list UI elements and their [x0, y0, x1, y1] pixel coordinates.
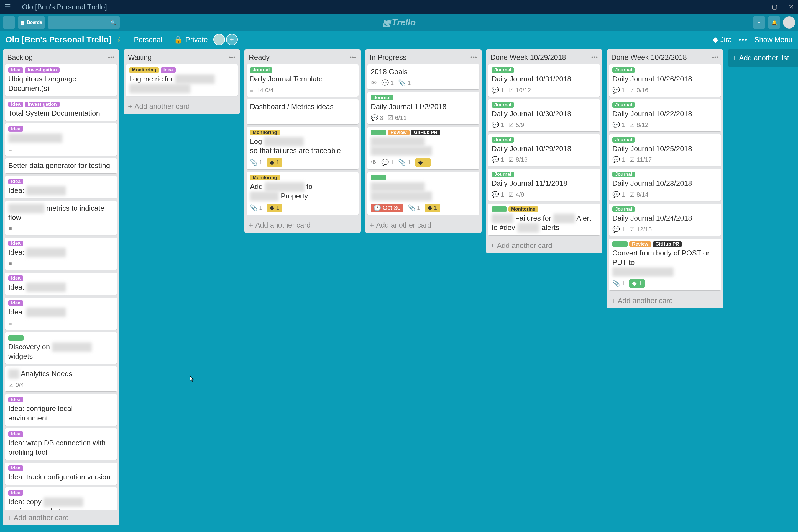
list-name[interactable]: Waiting — [128, 53, 229, 62]
card-label[interactable]: Journal — [612, 137, 635, 142]
card[interactable]: ReviewGitHub PRxxxxxxxxxxxxxxxxxxxxxxxxx… — [367, 127, 479, 170]
close-button[interactable]: ✕ — [788, 3, 794, 11]
card-label[interactable]: Journal — [492, 67, 514, 73]
card[interactable]: IdeaIdea: copy xxxxxxxxxxxassignments be… — [5, 488, 117, 510]
card[interactable]: Monitoringxxxxxx Failures for xxxxxx Ale… — [488, 204, 600, 235]
card-label[interactable]: Idea — [8, 397, 23, 402]
card[interactable]: xxxxxxxxxxxxxxxxxxxxxxxxxxxxxxxx🕐 Oct 30… — [367, 172, 479, 215]
jira-link[interactable]: Jira — [720, 35, 732, 44]
card-label[interactable]: GitHub PR — [411, 130, 440, 135]
card-label[interactable]: Monitoring — [129, 67, 159, 73]
card[interactable]: IdeaIdea: xxxxxxxxxxx — [5, 238, 117, 270]
card-label[interactable]: GitHub PR — [653, 241, 682, 247]
card[interactable]: JournalDaily Journal 10/31/2018💬 1☑ 10/1… — [488, 64, 600, 97]
card-label[interactable]: Journal — [612, 207, 635, 212]
card-label[interactable]: Journal — [250, 67, 272, 73]
card-label[interactable]: Investigation — [25, 101, 59, 107]
card-label[interactable]: Journal — [612, 172, 635, 177]
card-label[interactable]: Journal — [371, 95, 393, 100]
board-canvas[interactable]: Backlog•••IdeaInvestigationUbiquitous La… — [0, 48, 798, 532]
card[interactable]: IdeaInvestigationTotal System Documentat… — [5, 99, 117, 121]
card-label[interactable]: Idea — [8, 431, 23, 437]
show-menu-button[interactable]: Show Menu — [755, 35, 793, 44]
minimize-button[interactable]: — — [755, 3, 761, 11]
user-avatar[interactable] — [783, 16, 795, 28]
card[interactable]: JournalDaily Journal 10/26/2018💬 1☑ 0/16 — [609, 64, 721, 97]
card-label[interactable]: Monitoring — [508, 207, 538, 212]
board-name[interactable]: Olo [Ben's Personal Trello] — [5, 35, 111, 44]
card[interactable]: IdeaInvestigationUbiquitous Language Doc… — [5, 64, 117, 96]
card[interactable]: Ideaxxxxxxxxxxxxxxx — [5, 124, 117, 155]
add-card-button[interactable]: + Add another card — [365, 217, 482, 233]
card-label[interactable]: Monitoring — [250, 130, 280, 135]
card[interactable]: JournalDaily Journal 10/29/2018💬 1☑ 8/16 — [488, 134, 600, 166]
card-label[interactable]: Journal — [492, 172, 514, 177]
card-label[interactable] — [612, 241, 628, 247]
card[interactable]: MonitoringAdd xxxxxxxxxxx to xxxxxxxx Pr… — [247, 172, 359, 215]
card-label[interactable]: Idea — [161, 67, 176, 73]
card[interactable]: IdeaIdea: configure local environment — [5, 394, 117, 426]
card-label[interactable]: Journal — [612, 102, 635, 108]
add-card-button[interactable]: + Add another card — [124, 99, 240, 114]
card[interactable]: JournalDaily Journal 10/25/2018💬 1☑ 11/1… — [609, 134, 721, 166]
card-label[interactable]: Monitoring — [250, 175, 280, 180]
card[interactable]: xxx Analytics Needs☑ 0/4 — [5, 366, 117, 392]
add-card-button[interactable]: + Add another card — [3, 510, 119, 525]
card[interactable]: JournalDaily Journal 10/24/2018💬 1☑ 12/1… — [609, 204, 721, 236]
add-card-button[interactable]: + Add another card — [486, 238, 602, 253]
card-label[interactable] — [371, 175, 386, 180]
card-label[interactable] — [371, 130, 386, 135]
card-label[interactable]: Idea — [8, 101, 23, 107]
list-menu-button[interactable]: ••• — [108, 54, 115, 61]
list-name[interactable]: Ready — [249, 53, 350, 62]
list-name[interactable]: Done Week 10/29/2018 — [490, 53, 591, 62]
card-label[interactable]: Idea — [8, 67, 23, 73]
member-avatar[interactable] — [213, 34, 225, 45]
trello-logo[interactable]: ▦ Trello — [382, 17, 416, 28]
card[interactable]: Better data generator for testing — [5, 158, 117, 173]
list-menu-button[interactable]: ••• — [350, 54, 356, 61]
card[interactable]: ReviewGitHub PRConvert from body of POST… — [609, 239, 721, 290]
add-member-button[interactable]: + — [226, 34, 238, 45]
list-menu-button[interactable]: ••• — [712, 54, 719, 61]
card[interactable]: JournalDaily Journal 10/22/2018💬 1☑ 8/12 — [609, 99, 721, 132]
card-label[interactable]: Review — [388, 130, 410, 135]
card[interactable]: JournalDaily Journal Template☑ 0/4 — [247, 64, 359, 97]
card[interactable]: IdeaIdea: wrap DB connection with profil… — [5, 429, 117, 460]
private-visibility[interactable]: 🔒 Private — [174, 35, 208, 44]
card-label[interactable]: Idea — [8, 490, 23, 496]
jira-powerup[interactable]: ◆ Jira — [713, 35, 732, 44]
list-menu-button[interactable]: ••• — [229, 54, 236, 61]
card-label[interactable]: Idea — [8, 179, 23, 184]
list-menu-button[interactable]: ••• — [591, 54, 598, 61]
card-label[interactable] — [492, 207, 507, 212]
card[interactable]: IdeaIdea: track configuration version — [5, 462, 117, 484]
add-card-button[interactable]: + Add another card — [244, 217, 361, 233]
card-label[interactable]: Journal — [492, 102, 514, 108]
card-label[interactable] — [8, 335, 23, 341]
card[interactable]: IdeaIdea: xxxxxxxxxxx — [5, 273, 117, 295]
card[interactable]: Discovery on xxxxxxxxxxxwidgets — [5, 332, 117, 364]
card-label[interactable]: Journal — [612, 67, 635, 73]
card[interactable]: JournalDaily Journal 10/30/2018💬 1☑ 5/9 — [488, 99, 600, 132]
boards-button[interactable]: ▦ Boards — [18, 16, 45, 28]
card-label[interactable]: Review — [629, 241, 651, 247]
search-input[interactable]: 🔍 — [48, 16, 120, 28]
card[interactable]: MonitoringLog xxxxxxxxxxxso that failure… — [247, 127, 359, 170]
maximize-button[interactable]: ▢ — [772, 3, 778, 11]
add-card-button[interactable]: + Add another card — [607, 293, 723, 308]
star-icon[interactable]: ☆ — [117, 36, 123, 43]
card-label[interactable]: Idea — [8, 126, 23, 132]
list-name[interactable]: Done Week 10/22/2018 — [611, 53, 712, 62]
card-label[interactable]: Idea — [8, 276, 23, 281]
team-visibility[interactable]: Personal — [134, 35, 162, 44]
home-button[interactable]: ⌂ — [3, 16, 15, 28]
hamburger-icon[interactable]: ☰ — [4, 3, 11, 11]
card[interactable]: IdeaIdea: xxxxxxxxxxx — [5, 176, 117, 198]
card-label[interactable]: Journal — [492, 137, 514, 142]
list-name[interactable]: Backlog — [7, 53, 108, 62]
card[interactable]: MonitoringIdeaLog metric for xxxxxxxxxxx… — [126, 64, 238, 96]
card-label[interactable]: Investigation — [25, 67, 59, 73]
create-button[interactable]: + — [753, 16, 765, 28]
card[interactable]: 2018 Goals👁💬 1📎 1 — [367, 64, 479, 90]
